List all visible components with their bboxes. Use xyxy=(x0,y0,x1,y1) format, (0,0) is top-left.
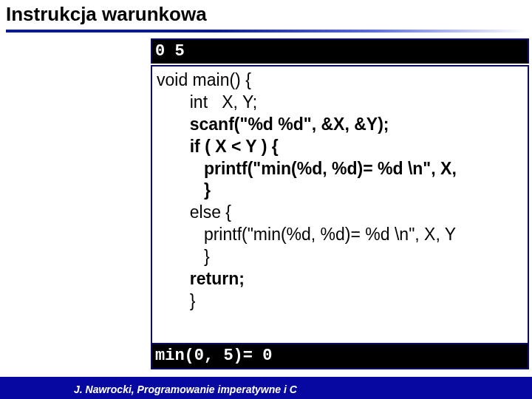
code-line-10-indent xyxy=(157,269,190,288)
code-line-5: printf("min(%d, %d)= %d \n", X, xyxy=(204,159,457,178)
code-line-3-indent xyxy=(157,115,190,134)
output-bar: min(0, 5)= 0 xyxy=(151,344,529,369)
title-underline xyxy=(6,30,526,33)
footer-text: J. Nawrocki, Programowanie imperatywne i… xyxy=(74,383,297,395)
code-line-10: return; xyxy=(190,269,245,288)
code-line-6: } xyxy=(204,180,211,200)
code-line-11: } xyxy=(157,291,195,310)
code-line-1: void main() { xyxy=(157,70,251,89)
code-content: void main() { int X, Y; scanf("%d %d", &… xyxy=(152,66,528,313)
code-line-9: } xyxy=(157,247,210,266)
code-box: void main() { int X, Y; scanf("%d %d", &… xyxy=(151,65,529,344)
slide: Instrukcja warunkowa 0 5 void main() { i… xyxy=(0,0,532,399)
code-line-4-indent xyxy=(157,137,190,156)
code-line-7: else { xyxy=(157,202,231,222)
slide-title: Instrukcja warunkowa xyxy=(6,3,207,26)
code-line-4: if ( X < Y ) { xyxy=(190,137,279,156)
code-line-2: int X, Y; xyxy=(157,92,257,112)
input-bar: 0 5 xyxy=(151,38,529,64)
code-line-5-indent xyxy=(157,159,204,178)
code-line-8: printf("min(%d, %d)= %d \n", X, Y xyxy=(157,225,456,244)
code-line-6-indent xyxy=(157,180,204,200)
code-line-3: scanf("%d %d", &X, &Y); xyxy=(190,115,389,134)
footer-bar: J. Nawrocki, Programowanie imperatywne i… xyxy=(0,377,532,399)
